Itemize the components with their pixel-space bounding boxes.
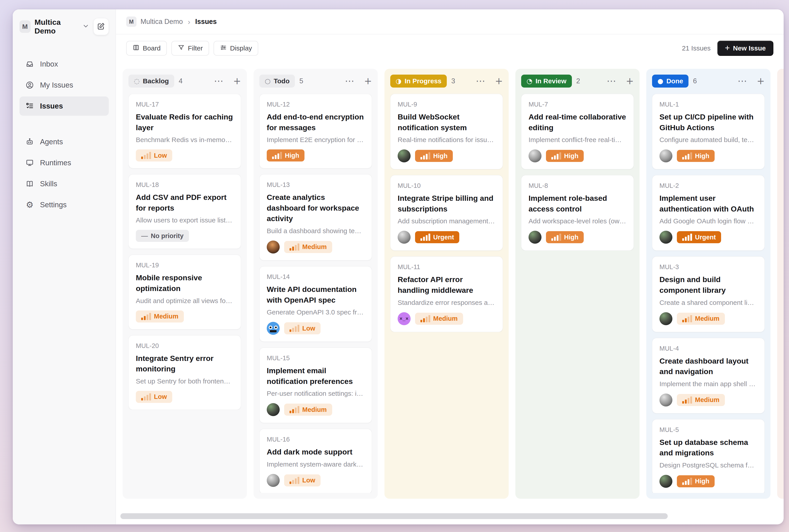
column-count: 4	[179, 77, 183, 85]
issue-card-mul-20[interactable]: MUL-20Integrate Sentry error monitoringS…	[129, 335, 241, 410]
priority-label: Medium	[302, 406, 327, 413]
sidebar-item-inbox[interactable]: Inbox	[19, 55, 109, 74]
issue-card-mul-17[interactable]: MUL-17Evaluate Redis for caching layerBe…	[129, 94, 241, 168]
avatar	[659, 475, 672, 488]
new-issue-compose-button[interactable]	[93, 18, 109, 35]
compose-icon	[97, 22, 105, 31]
column-label: Done	[666, 77, 683, 85]
add-issue-icon[interactable]: +	[233, 76, 241, 86]
add-issue-icon[interactable]: +	[495, 76, 503, 86]
issue-footer: Urgent	[398, 231, 495, 244]
issue-description: Implement E2E encryption for direct…	[267, 136, 364, 144]
issue-card-mul-4[interactable]: MUL-4Create dashboard layout and navigat…	[652, 338, 765, 413]
sidebar-item-agents[interactable]: Agents	[19, 132, 109, 151]
issue-card-mul-1[interactable]: MUL-1Set up CI/CD pipeline with GitHub A…	[652, 94, 765, 169]
issue-card-mul-18[interactable]: MUL-18Add CSV and PDF export for reports…	[129, 174, 241, 249]
issue-card-mul-12[interactable]: MUL-12Add end-to-end encryption for mess…	[259, 94, 372, 168]
status-badge-backlog[interactable]: ◌Backlog	[129, 75, 174, 88]
column-cards: MUL-12Add end-to-end encryption for mess…	[259, 94, 372, 493]
column-header: ○Todo5⋯+	[259, 75, 372, 88]
issue-title: Create dashboard layout and navigation	[659, 356, 757, 377]
priority-label: Medium	[695, 396, 719, 403]
sidebar-item-label: Agents	[40, 137, 63, 146]
sidebar-item-my-issues[interactable]: My Issues	[19, 75, 109, 95]
column-backlog: ◌Backlog4⋯+MUL-17Evaluate Redis for cach…	[123, 69, 247, 499]
status-badge-done[interactable]: ●Done	[652, 75, 689, 88]
issue-card-mul-10[interactable]: MUL-10Integrate Stripe billing and subsc…	[390, 175, 503, 251]
issue-id: MUL-7	[528, 101, 626, 108]
issue-card-mul-7[interactable]: MUL-7Add real-time collaborative editing…	[521, 94, 634, 169]
robot-eye-icon	[274, 326, 278, 329]
column-count: 2	[576, 77, 580, 85]
issue-title: Add real-time collaborative editing	[528, 112, 626, 133]
avatar	[267, 322, 280, 335]
priority-label: Urgent	[433, 234, 454, 241]
issue-title: Integrate Stripe billing and subscriptio…	[398, 193, 495, 214]
issue-card-mul-15[interactable]: MUL-15Implement email notification prefe…	[259, 347, 372, 423]
priority-label: Medium	[302, 243, 327, 251]
sidebar-item-issues[interactable]: Issues	[19, 96, 109, 116]
sidebar-item-skills[interactable]: Skills	[19, 174, 109, 193]
half-circle-icon: ◑	[396, 78, 401, 84]
filter-button[interactable]: Filter	[171, 41, 209, 56]
column-done: ●Done6⋯+MUL-1Set up CI/CD pipeline with …	[646, 69, 770, 499]
add-issue-icon[interactable]: +	[757, 76, 765, 86]
issue-footer: Medium	[267, 241, 364, 253]
priority-label: Medium	[154, 313, 179, 320]
issue-description: Implement system-aware dark mode…	[267, 460, 364, 468]
breadcrumb-workspace-link[interactable]: Multica Demo	[140, 18, 183, 26]
issue-description: Per-user notification settings: issue…	[267, 390, 364, 397]
sidebar-item-runtimes[interactable]: Runtimes	[19, 153, 109, 172]
issue-card-mul-19[interactable]: MUL-19Mobile responsive optimizationAudi…	[129, 254, 241, 329]
priority-bars-icon	[420, 152, 430, 159]
issue-card-mul-11[interactable]: MUL-11Refactor API error handling middle…	[390, 256, 503, 332]
issue-card-mul-8[interactable]: MUL-8Implement role-based access control…	[521, 175, 634, 251]
more-options-icon[interactable]: ⋯	[214, 76, 223, 86]
plus-icon: +	[725, 43, 730, 52]
priority-badge: —No priority	[136, 230, 189, 242]
scrollbar-thumb[interactable]	[120, 513, 668, 519]
add-issue-icon[interactable]: +	[364, 76, 372, 86]
chevron-down-icon	[82, 22, 89, 31]
issue-card-mul-5[interactable]: MUL-5Set up database schema and migratio…	[652, 419, 765, 493]
new-issue-button[interactable]: + New Issue	[717, 41, 773, 56]
horizontal-scrollbar[interactable]	[120, 513, 668, 519]
sidebar-item-label: Inbox	[40, 60, 58, 68]
issue-card-mul-9[interactable]: MUL-9Build WebSocket notification system…	[390, 94, 503, 169]
status-badge-in-review[interactable]: ◔In Review	[521, 75, 572, 88]
status-badge-in-progress[interactable]: ◑In Progress	[390, 75, 447, 88]
dashed-circle-icon: ◌	[134, 78, 139, 84]
avatar	[398, 149, 411, 163]
no-priority-icon: —	[141, 232, 148, 240]
issue-id: MUL-12	[267, 101, 364, 108]
funnel-icon	[177, 44, 185, 53]
column-header: ●Done6⋯+	[652, 75, 765, 88]
issue-card-mul-14[interactable]: MUL-14Write API documentation with OpenA…	[259, 266, 372, 342]
status-badge-todo[interactable]: ○Todo	[259, 75, 295, 88]
toolbar-right: 21 Issues + New Issue	[682, 41, 773, 56]
issue-card-mul-3[interactable]: MUL-3Design and build component libraryC…	[652, 256, 765, 332]
issue-card-mul-13[interactable]: MUL-13Create analytics dashboard for wor…	[259, 174, 372, 261]
issue-card-mul-16[interactable]: MUL-16Add dark mode supportImplement sys…	[259, 429, 372, 493]
board-view-button[interactable]: Board	[126, 41, 167, 56]
issue-id: MUL-9	[398, 101, 495, 108]
priority-badge: Low	[136, 149, 172, 162]
more-options-icon[interactable]: ⋯	[476, 76, 485, 86]
more-options-icon[interactable]: ⋯	[345, 76, 354, 86]
workspace-switcher[interactable]: M Multica Demo	[19, 18, 89, 35]
sliders-icon	[220, 44, 227, 53]
issue-card-mul-2[interactable]: MUL-2Implement user authentication with …	[652, 175, 765, 251]
display-button[interactable]: Display	[213, 41, 258, 56]
priority-badge: Urgent	[415, 231, 459, 243]
column-partial	[777, 69, 784, 499]
more-options-icon[interactable]: ⋯	[607, 76, 616, 86]
priority-label: Low	[154, 152, 167, 159]
sidebar-item-settings[interactable]: ⚙Settings	[19, 195, 109, 214]
issue-title: Set up CI/CD pipeline with GitHub Action…	[659, 112, 757, 133]
main-area: M Multica Demo › Issues Board Filter	[116, 10, 784, 525]
add-issue-icon[interactable]: +	[626, 76, 634, 86]
priority-label: Low	[302, 325, 315, 332]
more-options-icon[interactable]: ⋯	[738, 76, 747, 86]
issue-footer: Urgent	[659, 231, 757, 244]
column-label: In Progress	[405, 77, 442, 85]
